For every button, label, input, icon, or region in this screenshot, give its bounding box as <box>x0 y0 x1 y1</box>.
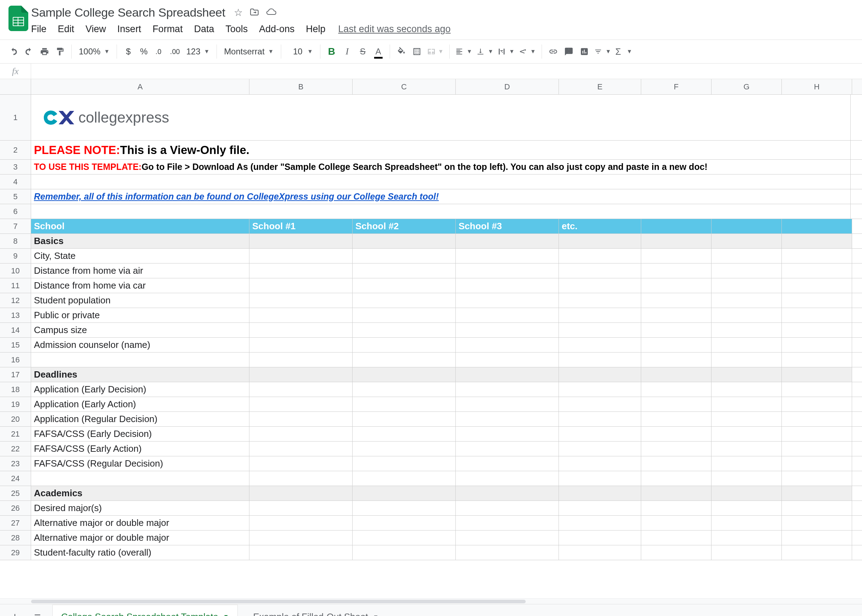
cell[interactable] <box>559 352 641 367</box>
row-header[interactable]: 22 <box>0 442 31 456</box>
cell[interactable] <box>456 308 559 322</box>
cell[interactable]: Admission counselor (name) <box>31 338 249 352</box>
undo-button[interactable] <box>6 44 21 59</box>
row-header[interactable]: 25 <box>0 486 31 501</box>
cell[interactable] <box>782 516 852 530</box>
cell[interactable] <box>249 442 352 456</box>
cell[interactable] <box>782 486 852 501</box>
insert-chart-button[interactable] <box>577 44 592 59</box>
cell[interactable] <box>711 501 782 515</box>
menu-data[interactable]: Data <box>188 22 220 36</box>
format-currency-button[interactable]: $ <box>121 44 136 59</box>
row-header[interactable]: 1 <box>0 95 31 141</box>
cell[interactable]: FAFSA/CSS (Early Action) <box>31 442 249 456</box>
cell[interactable] <box>641 382 711 397</box>
cell[interactable] <box>782 352 852 367</box>
col-header-b[interactable]: B <box>249 79 352 94</box>
cell[interactable]: Campus size <box>31 323 249 337</box>
cell[interactable] <box>559 531 641 545</box>
text-rotation-button[interactable]: ▼ <box>517 44 538 59</box>
menu-format[interactable]: Format <box>147 22 189 36</box>
cell[interactable] <box>711 531 782 545</box>
row-header[interactable]: 24 <box>0 471 31 486</box>
cell[interactable] <box>249 293 352 308</box>
menu-insert[interactable]: Insert <box>112 22 147 36</box>
sheet-tab-active[interactable]: College Search Spreadsheet Template▼ <box>52 605 238 616</box>
row-header[interactable]: 26 <box>0 501 31 516</box>
cell[interactable]: Alternative major or double major <box>31 516 249 530</box>
cell[interactable] <box>711 308 782 322</box>
cell[interactable] <box>352 471 456 486</box>
col-header-c[interactable]: C <box>352 79 456 94</box>
spreadsheet-grid[interactable]: A B C D E F G H 123456789101112131415161… <box>0 79 862 598</box>
cell[interactable] <box>559 471 641 486</box>
text-wrap-button[interactable]: ▼ <box>495 44 517 59</box>
cell[interactable] <box>456 338 559 352</box>
cell[interactable] <box>352 264 456 278</box>
cell-link[interactable]: Remember, all of this information can be… <box>31 189 851 204</box>
cell[interactable] <box>456 486 559 501</box>
cell[interactable] <box>456 456 559 471</box>
cell[interactable]: Distance from home via air <box>31 264 249 278</box>
cell[interactable] <box>782 278 852 293</box>
cell[interactable]: School #1 <box>249 219 352 234</box>
cell[interactable] <box>641 338 711 352</box>
cell[interactable] <box>352 531 456 545</box>
cell[interactable] <box>711 456 782 471</box>
cell[interactable]: School <box>31 219 249 234</box>
cell[interactable] <box>711 264 782 278</box>
menu-edit[interactable]: Edit <box>52 22 80 36</box>
cell[interactable] <box>456 352 559 367</box>
cell[interactable] <box>711 545 782 560</box>
row-header[interactable]: 19 <box>0 397 31 412</box>
cell[interactable] <box>782 249 852 263</box>
cell[interactable] <box>711 278 782 293</box>
select-all-corner[interactable] <box>0 79 31 94</box>
cell[interactable] <box>782 412 852 426</box>
format-percent-button[interactable]: % <box>136 44 151 59</box>
cell[interactable] <box>352 397 456 412</box>
cell[interactable] <box>456 545 559 560</box>
cell[interactable] <box>559 249 641 263</box>
cell[interactable] <box>711 427 782 441</box>
row-header[interactable]: 10 <box>0 264 31 278</box>
cell[interactable] <box>559 308 641 322</box>
cell[interactable] <box>456 264 559 278</box>
cell[interactable] <box>352 427 456 441</box>
cell[interactable] <box>456 442 559 456</box>
cell[interactable] <box>711 249 782 263</box>
increase-decimal-button[interactable]: .00 <box>167 44 182 59</box>
cell[interactable] <box>782 382 852 397</box>
cell[interactable] <box>559 486 641 501</box>
paint-format-button[interactable] <box>52 44 68 59</box>
cell[interactable] <box>249 308 352 322</box>
row-header[interactable]: 8 <box>0 234 31 249</box>
cell[interactable] <box>456 501 559 515</box>
cell[interactable] <box>782 531 852 545</box>
cell[interactable]: Desired major(s) <box>31 501 249 515</box>
all-sheets-button[interactable]: ≡ <box>30 610 45 616</box>
cell[interactable]: Alternative major or double major <box>31 531 249 545</box>
doc-title[interactable]: Sample College Search Spreadsheet <box>31 6 225 19</box>
cell[interactable] <box>352 486 456 501</box>
cell[interactable] <box>711 367 782 382</box>
cell[interactable]: Application (Early Action) <box>31 397 249 412</box>
cell[interactable] <box>782 367 852 382</box>
cell[interactable] <box>641 516 711 530</box>
cell[interactable] <box>352 249 456 263</box>
cell[interactable] <box>352 308 456 322</box>
last-edit-link[interactable]: Last edit was seconds ago <box>331 24 450 35</box>
merge-cells-button[interactable]: ▼ <box>425 44 446 59</box>
cell-instructions[interactable]: TO USE THIS TEMPLATE: Go to File > Downl… <box>31 160 851 174</box>
cell[interactable] <box>782 471 852 486</box>
horizontal-align-button[interactable]: ▼ <box>453 44 475 59</box>
decrease-decimal-button[interactable]: .0 <box>151 44 167 59</box>
cell[interactable] <box>711 516 782 530</box>
cell[interactable] <box>456 471 559 486</box>
cell[interactable] <box>456 382 559 397</box>
star-icon[interactable]: ☆ <box>234 7 243 18</box>
cell[interactable] <box>456 427 559 441</box>
menu-view[interactable]: View <box>80 22 112 36</box>
font-dropdown[interactable]: Montserrat▼ <box>220 47 277 57</box>
cell[interactable] <box>249 278 352 293</box>
